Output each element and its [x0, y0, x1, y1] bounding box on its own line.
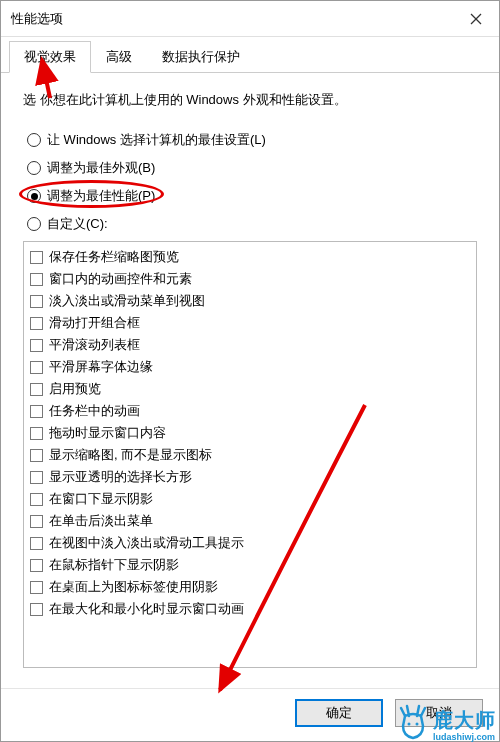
tab-advanced[interactable]: 高级 [91, 41, 147, 72]
checkbox-item[interactable]: 启用预览 [30, 378, 470, 400]
checkbox-item[interactable]: 在视图中淡入淡出或滑动工具提示 [30, 532, 470, 554]
checkbox-label: 淡入淡出或滑动菜单到视图 [49, 292, 205, 310]
tab-bar: 视觉效果 高级 数据执行保护 [1, 37, 499, 73]
tab-visual-effects[interactable]: 视觉效果 [9, 41, 91, 73]
checkbox-label: 在窗口下显示阴影 [49, 490, 153, 508]
checkbox-label: 在桌面上为图标标签使用阴影 [49, 578, 218, 596]
checkbox-icon [30, 603, 43, 616]
checkbox-item[interactable]: 窗口内的动画控件和元素 [30, 268, 470, 290]
checkbox-item[interactable]: 在单击后淡出菜单 [30, 510, 470, 532]
checkbox-label: 窗口内的动画控件和元素 [49, 270, 192, 288]
checkbox-label: 平滑屏幕字体边缘 [49, 358, 153, 376]
titlebar: 性能选项 [1, 1, 499, 37]
checkbox-label: 显示亚透明的选择长方形 [49, 468, 192, 486]
checkbox-icon [30, 515, 43, 528]
checkbox-item[interactable]: 在最大化和最小化时显示窗口动画 [30, 598, 470, 620]
checkbox-icon [30, 559, 43, 572]
checkbox-icon [30, 339, 43, 352]
checkbox-item[interactable]: 显示亚透明的选择长方形 [30, 466, 470, 488]
checkbox-label: 在鼠标指针下显示阴影 [49, 556, 179, 574]
radio-best-performance[interactable]: 调整为最佳性能(P) [27, 187, 477, 205]
checkbox-label: 任务栏中的动画 [49, 402, 140, 420]
cancel-button[interactable]: 取消 [395, 699, 483, 727]
checkbox-item[interactable]: 平滑屏幕字体边缘 [30, 356, 470, 378]
close-icon [470, 13, 482, 25]
checkbox-icon [30, 317, 43, 330]
checkbox-label: 在单击后淡出菜单 [49, 512, 153, 530]
checkbox-icon [30, 471, 43, 484]
tab-dep[interactable]: 数据执行保护 [147, 41, 255, 72]
close-button[interactable] [453, 1, 499, 37]
radio-custom[interactable]: 自定义(C): [27, 215, 477, 233]
description-text: 选 你想在此计算机上使用的 Windows 外观和性能设置。 [23, 91, 477, 109]
checkbox-icon [30, 295, 43, 308]
checkbox-icon [30, 383, 43, 396]
checkbox-label: 平滑滚动列表框 [49, 336, 140, 354]
checkbox-icon [30, 251, 43, 264]
checkbox-item[interactable]: 拖动时显示窗口内容 [30, 422, 470, 444]
checkbox-icon [30, 273, 43, 286]
radio-best-appearance[interactable]: 调整为最佳外观(B) [27, 159, 477, 177]
checkbox-icon [30, 405, 43, 418]
radio-icon [27, 217, 41, 231]
checkbox-icon [30, 537, 43, 550]
checkbox-item[interactable]: 显示缩略图, 而不是显示图标 [30, 444, 470, 466]
checkbox-item[interactable]: 在鼠标指针下显示阴影 [30, 554, 470, 576]
checkbox-item[interactable]: 滑动打开组合框 [30, 312, 470, 334]
ok-button[interactable]: 确定 [295, 699, 383, 727]
radio-let-windows-choose[interactable]: 让 Windows 选择计算机的最佳设置(L) [27, 131, 477, 149]
radio-icon [27, 189, 41, 203]
performance-options-window: 性能选项 视觉效果 高级 数据执行保护 选 你想在此计算机上使用的 Window… [0, 0, 500, 742]
checkbox-list[interactable]: 保存任务栏缩略图预览窗口内的动画控件和元素淡入淡出或滑动菜单到视图滑动打开组合框… [23, 241, 477, 668]
checkbox-label: 显示缩略图, 而不是显示图标 [49, 446, 212, 464]
checkbox-label: 拖动时显示窗口内容 [49, 424, 166, 442]
checkbox-icon [30, 361, 43, 374]
radio-icon [27, 133, 41, 147]
checkbox-item[interactable]: 在窗口下显示阴影 [30, 488, 470, 510]
checkbox-label: 在最大化和最小化时显示窗口动画 [49, 600, 244, 618]
radio-icon [27, 161, 41, 175]
checkbox-item[interactable]: 在桌面上为图标标签使用阴影 [30, 576, 470, 598]
checkbox-item[interactable]: 平滑滚动列表框 [30, 334, 470, 356]
checkbox-label: 在视图中淡入淡出或滑动工具提示 [49, 534, 244, 552]
radio-group: 让 Windows 选择计算机的最佳设置(L) 调整为最佳外观(B) 调整为最佳… [23, 131, 477, 233]
checkbox-icon [30, 581, 43, 594]
tab-content: 选 你想在此计算机上使用的 Windows 外观和性能设置。 让 Windows… [1, 73, 499, 688]
checkbox-label: 滑动打开组合框 [49, 314, 140, 332]
checkbox-item[interactable]: 保存任务栏缩略图预览 [30, 246, 470, 268]
checkbox-label: 启用预览 [49, 380, 101, 398]
button-bar: 确定 取消 [1, 688, 499, 741]
window-title: 性能选项 [11, 10, 63, 28]
checkbox-icon [30, 449, 43, 462]
checkbox-icon [30, 427, 43, 440]
checkbox-item[interactable]: 淡入淡出或滑动菜单到视图 [30, 290, 470, 312]
checkbox-icon [30, 493, 43, 506]
checkbox-item[interactable]: 任务栏中的动画 [30, 400, 470, 422]
checkbox-label: 保存任务栏缩略图预览 [49, 248, 179, 266]
